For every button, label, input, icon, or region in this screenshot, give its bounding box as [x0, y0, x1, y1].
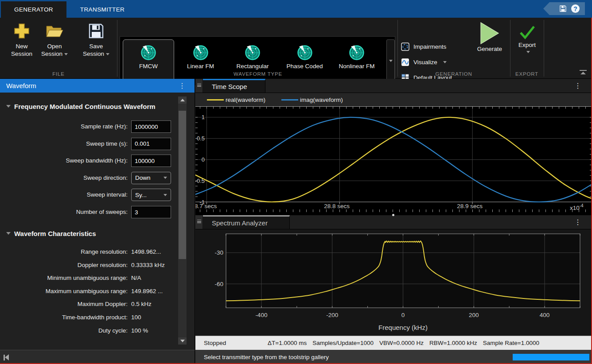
save-session-button[interactable]: Save Session [78, 21, 114, 58]
svg-text:28.9 secs: 28.9 secs [457, 203, 483, 209]
field-label: Sweep time (s): [4, 140, 128, 147]
field-row: Sweep time (s): [0, 138, 177, 151]
status-item: ΔT=1.0000 ms [268, 340, 307, 346]
sweep-interval-select[interactable]: Sy... [131, 189, 171, 201]
radar-icon [348, 44, 366, 62]
generate-button[interactable]: Generate [471, 22, 509, 52]
panel-grip-handle[interactable] [195, 79, 203, 93]
field-row: Sweep direction:Down [0, 172, 177, 185]
characteristic-value: 1498.962... [131, 248, 184, 255]
help-icon[interactable]: ? [571, 4, 580, 13]
characteristic-label: Maximum unambiguous range: [4, 288, 128, 294]
tab-spectrum-analyzer[interactable]: Spectrum Analyzer [203, 215, 290, 229]
section-fmcw-title: Frequency Modulated Continuous Waveform [14, 103, 156, 110]
waveform-panel-header: Waveform ⋮ [0, 79, 195, 93]
svg-text:1: 1 [202, 114, 205, 120]
section-characteristics-title: Waveform Characteristics [14, 230, 96, 237]
chevron-down-icon [389, 60, 393, 62]
panel-grip-handle[interactable] [195, 215, 203, 229]
tab-time-scope[interactable]: Time Scope [203, 79, 265, 93]
save-icon[interactable] [559, 5, 567, 12]
section-fmcw-header[interactable]: Frequency Modulated Continuous Waveform [6, 102, 173, 111]
grip-icon [197, 220, 201, 223]
sweep-time-s-input[interactable] [131, 138, 171, 150]
collapse-ribbon-icon [580, 70, 587, 71]
spectrum-status-bar: StoppedΔT=1.0000 msSamples/Update=1000VB… [195, 336, 592, 350]
legend-swatch [207, 99, 224, 101]
status-item: Sample Rate=1.0000 [483, 340, 539, 346]
svg-text:x10-4: x10-4 [570, 203, 584, 211]
field-label: Sample rate (Hz): [4, 123, 128, 130]
tab-time-scope-label: Time Scope [212, 83, 247, 90]
export-button[interactable]: Export [510, 22, 544, 53]
sample-rate-hz-input[interactable] [131, 120, 171, 133]
field-label: Sweep direction: [4, 174, 128, 181]
impairments-button[interactable]: Impairments [401, 41, 446, 52]
scroll-down-button[interactable] [178, 337, 187, 345]
generation-group-label: GENERATION [397, 71, 510, 77]
new-session-button[interactable]: New Session [4, 21, 40, 58]
svg-text:0.5: 0.5 [197, 135, 205, 142]
selected-value: Down [135, 174, 162, 181]
kebab-menu-icon[interactable]: ⋮ [574, 219, 581, 226]
characteristic-row: Maximum Doppler:0.5 kHz [0, 301, 186, 309]
radar-icon [244, 44, 261, 62]
waveform-type-group-label: WAVEFORM TYPE [119, 71, 397, 77]
number-of-sweeps-input[interactable] [131, 206, 171, 218]
open-folder-icon [45, 21, 64, 41]
visualization-pane: Time Scope ⋮ real(waveform)imag(waveform… [195, 79, 592, 364]
svg-text:0: 0 [401, 312, 405, 318]
visualize-button[interactable]: Visualize [401, 57, 447, 67]
status-item: Stopped [204, 340, 262, 346]
time-scope-plot: 10.50-0.5-128.7 secs28.8 secs28.9 secsx1… [195, 106, 592, 215]
gallery-item-label: FMCW [138, 63, 159, 70]
characteristic-label: Time-bandwidth product: [4, 314, 128, 321]
checkmark-icon [519, 25, 536, 40]
kebab-menu-icon[interactable]: ⋮ [574, 82, 581, 89]
radar-icon [140, 44, 157, 62]
field-label: Sweep bandwidth (Hz): [4, 157, 128, 164]
tab-generator-label: GENERATOR [14, 6, 53, 13]
impairments-icon [401, 43, 409, 51]
svg-text:-400: -400 [255, 312, 267, 318]
radar-icon [296, 44, 314, 62]
chevron-down-icon [64, 53, 68, 55]
svg-text:-200: -200 [326, 312, 338, 318]
legend-item[interactable]: real(waveform) [207, 97, 265, 103]
collapse-panel-button[interactable] [4, 354, 9, 360]
splitter-handle[interactable] [392, 214, 394, 216]
tab-transmitter[interactable]: TRANSMITTER [66, 1, 138, 18]
gallery-item-label: Linear FM [186, 63, 215, 70]
field-label: Number of sweeps: [4, 209, 128, 215]
open-session-button[interactable]: Open Session [36, 21, 73, 58]
sweep-bandwidth-hz-input[interactable] [131, 155, 171, 167]
grip-icon [197, 83, 201, 87]
tab-generator[interactable]: GENERATOR [1, 1, 66, 18]
section-characteristics-header[interactable]: Waveform Characteristics [6, 229, 173, 238]
status-item: Samples/Update=1000 [312, 340, 374, 346]
button-label: Save Session [83, 43, 109, 58]
scrollbar-thumb[interactable] [179, 111, 186, 259]
field-row: Sweep bandwidth (Hz): [0, 155, 177, 168]
svg-text:-60: -60 [214, 281, 223, 287]
gallery-item-label: Nonlinear FM [337, 63, 376, 70]
selected-value: Sy... [135, 192, 162, 198]
characteristic-row: Duty cycle:100 % [0, 327, 186, 335]
time-scope-legend: real(waveform)imag(waveform) [195, 93, 592, 106]
collapse-triangle-icon [6, 105, 11, 108]
radar-waveform-analyzer-window: GENERATOR TRANSMITTER ? New SessionOpen … [0, 0, 592, 364]
characteristic-value: 149.8962 ... [131, 288, 184, 294]
toggle-label: Impairments [413, 43, 446, 50]
kebab-menu-icon[interactable]: ⋮ [179, 82, 186, 89]
collapse-ribbon-button[interactable] [580, 70, 587, 75]
chevron-down-icon [443, 61, 447, 63]
scroll-up-button[interactable] [178, 97, 187, 104]
characteristic-value: 0.33333 kHz [131, 262, 184, 268]
sweep-direction-select[interactable]: Down [131, 172, 171, 184]
characteristic-label: Minimum unambiguous range: [4, 275, 128, 281]
panel-scrollbar[interactable] [178, 97, 187, 345]
svg-text:200: 200 [469, 312, 479, 318]
tab-spectrum-analyzer-label: Spectrum Analyzer [212, 219, 268, 227]
legend-item[interactable]: imag(waveform) [281, 97, 343, 103]
svg-text:Frequency (kHz): Frequency (kHz) [378, 324, 428, 331]
